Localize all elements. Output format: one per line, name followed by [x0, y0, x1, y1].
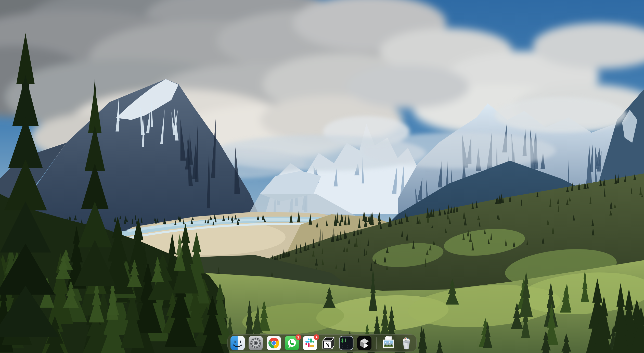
chrome-logo-icon — [266, 336, 281, 350]
terminal-app-icon[interactable]: $ — [339, 336, 354, 350]
dock-separator — [376, 337, 377, 349]
whatsapp-app-icon[interactable]: 1 — [285, 336, 299, 350]
cube-3d-icon — [357, 336, 372, 350]
svg-text:N: N — [325, 342, 330, 348]
cube-3d-app-icon[interactable] — [357, 336, 372, 350]
photo-stack-icon — [381, 336, 396, 350]
trash-basket-icon — [399, 336, 414, 350]
gear-icon — [248, 336, 263, 350]
dock: 1 N $ — [227, 334, 417, 352]
terminal-prompt-icon: $ — [339, 336, 354, 350]
finder-face-icon — [230, 336, 245, 350]
trash-icon[interactable] — [399, 336, 414, 350]
system-settings-app-icon[interactable] — [248, 336, 263, 350]
notion-cube-icon: N — [321, 336, 336, 350]
whatsapp-notification-badge: 1 — [295, 334, 301, 340]
notion-app-icon[interactable]: N — [321, 336, 336, 350]
svg-text:$: $ — [341, 338, 344, 343]
finder-app-icon[interactable] — [230, 336, 245, 350]
wallpaper-image — [0, 0, 644, 353]
slack-notification-badge — [314, 334, 319, 340]
slack-app-icon[interactable] — [303, 336, 317, 350]
desktop: 1 N $ — [0, 0, 644, 353]
downloads-stack-icon[interactable] — [381, 336, 396, 350]
chrome-app-icon[interactable] — [266, 336, 281, 350]
